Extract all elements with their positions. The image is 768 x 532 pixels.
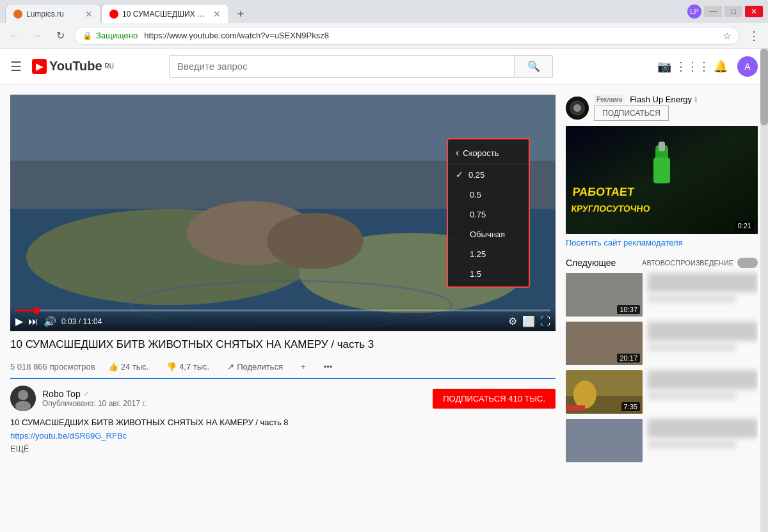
back-button[interactable]: ← xyxy=(5,27,23,45)
youtube-logo-icon: ▶ xyxy=(32,59,47,74)
browser-titlebar: Lumpics.ru ✕ 10 СУМАСШЕДШИХ БИ... ✕ + LP… xyxy=(0,0,768,23)
svg-rect-17 xyxy=(653,157,670,183)
play-button[interactable]: ▶ xyxy=(15,315,23,327)
progress-bar[interactable] xyxy=(15,309,550,311)
search-input[interactable] xyxy=(170,56,514,77)
notification-bell-icon[interactable]: 🔔 xyxy=(709,55,732,78)
autoplay-toggle[interactable] xyxy=(737,258,758,268)
next-section: Следующее АВТОВОСПРОИЗВЕДЕНИЕ 10:37 xyxy=(566,258,758,462)
reload-button[interactable]: ↻ xyxy=(51,27,69,45)
next-video-3[interactable]: 7:35 xyxy=(566,370,758,414)
channel-avatar[interactable] xyxy=(10,386,36,411)
next-thumb-svg-4 xyxy=(566,419,643,462)
tab-title-youtube: 10 СУМАСШЕДШИХ БИ... xyxy=(122,10,209,19)
ad-info: Реклама Flash Up Energy ℹ ПОДПИСАТЬСЯ xyxy=(594,95,758,121)
speed-option-025[interactable]: ✓ 0.25 xyxy=(448,164,529,185)
maximize-button[interactable]: □ xyxy=(724,6,742,17)
tab-youtube[interactable]: 10 СУМАСШЕДШИХ БИ... ✕ xyxy=(101,4,229,23)
ad-duration: 0:21 xyxy=(735,221,754,230)
secure-label: Защищено xyxy=(96,31,138,40)
scrollbar-track[interactable] xyxy=(760,49,768,532)
speed-option-075[interactable]: 0.75 xyxy=(448,205,529,224)
hamburger-menu[interactable]: ☰ xyxy=(10,59,22,74)
publish-date: Опубликовано: 10 авг. 2017 г. xyxy=(42,399,426,408)
bookmark-icon[interactable]: ☆ xyxy=(723,31,732,41)
video-stats: 5 018 866 просмотров 👍 24 тыс. 👎 4,7 тыс… xyxy=(10,356,556,379)
settings-button[interactable]: ⚙ xyxy=(508,315,517,327)
minimize-button[interactable]: — xyxy=(704,6,722,17)
tab-favicon-youtube xyxy=(109,10,118,19)
tab-close-youtube[interactable]: ✕ xyxy=(213,9,221,19)
channel-info: Robo Top ✓ Опубликовано: 10 авг. 2017 г. xyxy=(42,389,426,408)
scrollbar-thumb[interactable] xyxy=(760,49,768,125)
speed-option-05[interactable]: 0.5 xyxy=(448,185,529,205)
dislike-button[interactable]: 👎 4,7 тыс. xyxy=(161,359,214,374)
video-player[interactable]: ‹ Скорость ✓ 0.25 0.5 0.75 Обычная xyxy=(10,95,556,331)
share-button[interactable]: ↗ Поделиться xyxy=(222,359,288,374)
apps-icon[interactable]: ⋮⋮⋮ xyxy=(681,55,704,78)
subscribe-button[interactable]: ПОДПИСАТЬСЯ 410 ТЫС. xyxy=(433,389,556,409)
fullscreen-button[interactable]: ⛶ xyxy=(540,316,550,327)
show-more-button[interactable]: ЕЩЁ xyxy=(10,444,556,453)
next-duration-1: 10:37 xyxy=(617,305,640,314)
ad-info-icon[interactable]: ℹ xyxy=(694,95,698,104)
browser-menu-button[interactable]: ⋮ xyxy=(745,27,763,45)
search-bar: 🔍 xyxy=(169,55,553,78)
next-thumb-4 xyxy=(566,419,643,462)
search-button[interactable]: 🔍 xyxy=(514,56,552,77)
forward-button[interactable]: → xyxy=(28,27,46,45)
url-bar[interactable]: 🔒 Защищено https://www.youtube.com/watch… xyxy=(74,27,740,45)
next-info-4 xyxy=(648,419,758,462)
next-title-2 xyxy=(648,322,758,341)
ad-badge: Реклама xyxy=(594,95,625,104)
next-video-4[interactable] xyxy=(566,419,758,462)
add-icon: + xyxy=(301,362,306,372)
speed-value-025: 0.25 xyxy=(468,170,484,180)
new-tab-button[interactable]: + xyxy=(232,5,250,23)
volume-button[interactable]: 🔊 xyxy=(44,315,56,327)
next-title-3 xyxy=(648,370,758,389)
ad-avatar-svg xyxy=(566,97,589,120)
ad-avatar[interactable] xyxy=(566,97,589,120)
video-link[interactable]: https://youtu.be/dSR69G_RFBc xyxy=(10,431,127,441)
tab-close-lumpics[interactable]: ✕ xyxy=(85,9,93,19)
like-button[interactable]: 👍 24 тыс. xyxy=(103,359,154,374)
next-button[interactable]: ⏭ xyxy=(28,316,38,327)
video-title: 10 СУМАСШЕДШИХ БИТВ ЖИВОТНЫХ СНЯТЫХ НА К… xyxy=(10,338,556,352)
speed-value-05: 0.5 xyxy=(470,190,481,199)
speed-menu-title: Скорость xyxy=(463,148,499,158)
ad-visit-link[interactable]: Посетить сайт рекламодателя xyxy=(566,238,758,247)
next-label: Следующее АВТОВОСПРОИЗВЕДЕНИЕ xyxy=(566,258,758,268)
next-info-2 xyxy=(648,322,758,365)
speed-menu-header[interactable]: ‹ Скорость xyxy=(448,142,529,164)
next-duration-3: 7:35 xyxy=(621,402,640,411)
next-meta-3 xyxy=(648,392,736,400)
next-video-2[interactable]: 20:17 xyxy=(566,322,758,365)
video-camera-icon[interactable]: 📷 xyxy=(653,55,676,78)
speed-option-125[interactable]: 1.25 xyxy=(448,244,529,264)
next-thumb-2: 20:17 xyxy=(566,322,643,365)
user-profile-icon: LP xyxy=(687,4,701,19)
ad-subscribe-button[interactable]: ПОДПИСАТЬСЯ xyxy=(594,106,669,121)
view-count: 5 018 866 просмотров xyxy=(10,362,95,372)
right-column: Реклама Flash Up Energy ℹ ПОДПИСАТЬСЯ xyxy=(566,95,758,522)
svg-rect-31 xyxy=(566,419,643,462)
miniplayer-button[interactable]: ⬜ xyxy=(522,315,535,327)
next-info-3 xyxy=(648,370,758,414)
address-bar: ← → ↻ 🔒 Защищено https://www.youtube.com… xyxy=(0,23,768,49)
channel-name[interactable]: Robo Top ✓ xyxy=(42,389,426,399)
like-count: 24 тыс. xyxy=(121,362,148,372)
more-button[interactable]: ••• xyxy=(319,359,338,374)
header-icons: 📷 ⋮⋮⋮ 🔔 A xyxy=(653,55,758,78)
dislike-count: 4,7 тыс. xyxy=(179,362,209,372)
user-avatar[interactable]: A xyxy=(737,56,758,77)
speed-option-15[interactable]: 1.5 xyxy=(448,264,529,284)
next-thumb-1: 10:37 xyxy=(566,273,643,317)
ad-thumbnail[interactable]: РАБОТАЕТ КРУГЛОСУТОЧНО 0:21 xyxy=(566,126,758,234)
close-button[interactable]: ✕ xyxy=(745,6,763,17)
next-video-1[interactable]: 10:37 xyxy=(566,273,758,317)
youtube-logo[interactable]: ▶ YouTube RU xyxy=(32,59,114,74)
speed-option-normal[interactable]: Обычная xyxy=(448,224,529,244)
tab-lumpics[interactable]: Lumpics.ru ✕ xyxy=(5,4,101,23)
add-button[interactable]: + xyxy=(296,359,311,374)
